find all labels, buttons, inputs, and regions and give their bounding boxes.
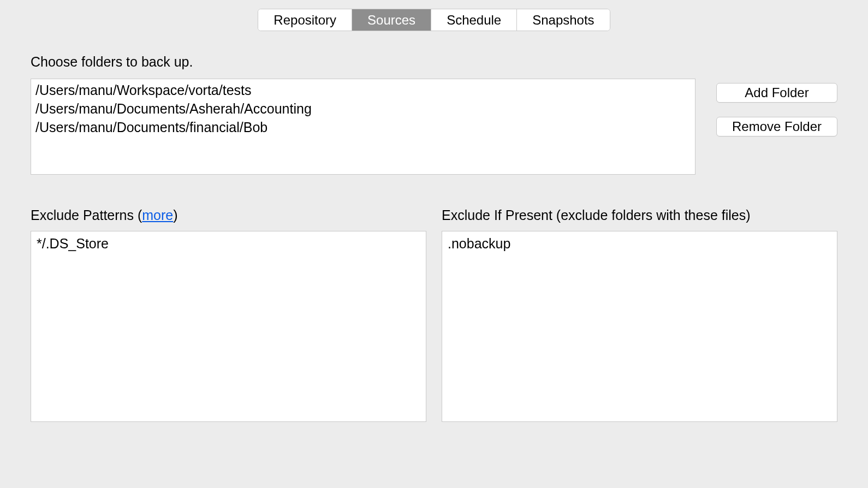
folder-item[interactable]: /Users/manu/Documents/Asherah/Accounting: [35, 100, 691, 118]
tab-snapshots[interactable]: Snapshots: [517, 9, 609, 31]
choose-folders-label: Choose folders to back up.: [31, 54, 837, 70]
tab-bar: Repository Sources Schedule Snapshots: [0, 0, 868, 31]
exclude-if-present-col: Exclude If Present (exclude folders with…: [442, 207, 837, 422]
tab-schedule[interactable]: Schedule: [431, 9, 517, 31]
exclude-patterns-label-suffix: ): [173, 207, 177, 223]
exclude-if-present-item[interactable]: .nobackup: [448, 235, 831, 253]
folders-row: /Users/manu/Workspace/vorta/tests /Users…: [31, 79, 837, 175]
exclude-patterns-label-prefix: Exclude Patterns (: [31, 207, 142, 223]
add-folder-button[interactable]: Add Folder: [716, 83, 837, 103]
folder-item[interactable]: /Users/manu/Documents/financial/Bob: [35, 118, 691, 137]
exclude-pattern-item[interactable]: */.DS_Store: [37, 235, 420, 253]
tab-bar-inner: Repository Sources Schedule Snapshots: [258, 9, 610, 31]
exclude-patterns-col: Exclude Patterns (more) */.DS_Store: [31, 207, 426, 422]
exclude-if-present-box[interactable]: .nobackup: [442, 231, 837, 422]
exclude-patterns-label: Exclude Patterns (more): [31, 207, 426, 223]
content-area: Choose folders to back up. /Users/manu/W…: [0, 31, 868, 422]
folder-item[interactable]: /Users/manu/Workspace/vorta/tests: [35, 81, 691, 100]
exclude-if-present-label: Exclude If Present (exclude folders with…: [442, 207, 837, 223]
folder-list[interactable]: /Users/manu/Workspace/vorta/tests /Users…: [31, 79, 695, 175]
remove-folder-button[interactable]: Remove Folder: [716, 117, 837, 136]
tab-repository[interactable]: Repository: [258, 9, 352, 31]
exclude-row: Exclude Patterns (more) */.DS_Store Excl…: [31, 207, 837, 422]
exclude-patterns-more-link[interactable]: more: [142, 207, 173, 223]
tab-sources[interactable]: Sources: [352, 9, 431, 31]
folder-buttons: Add Folder Remove Folder: [716, 79, 837, 175]
exclude-patterns-box[interactable]: */.DS_Store: [31, 231, 426, 422]
